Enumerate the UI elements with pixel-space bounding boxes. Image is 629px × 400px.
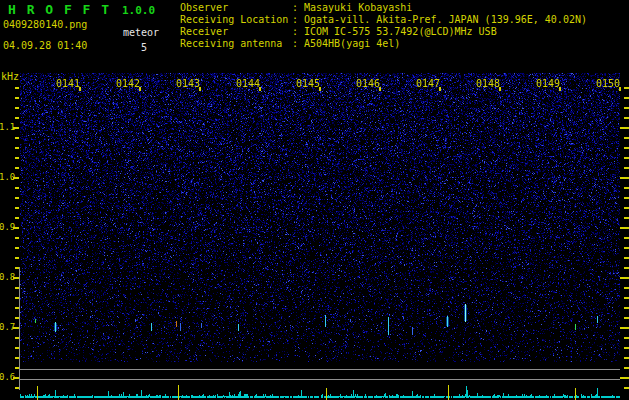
time-tick bbox=[319, 87, 321, 91]
freq-major-tick-right bbox=[620, 327, 629, 329]
freq-minor-tick-right bbox=[624, 87, 629, 89]
freq-minor-tick-left bbox=[15, 157, 19, 159]
freq-minor-tick-right bbox=[624, 247, 629, 249]
freq-major-tick-right bbox=[620, 177, 629, 179]
freq-minor-tick-left bbox=[15, 187, 19, 189]
time-tick-label: 0149 bbox=[536, 78, 560, 89]
freq-minor-tick-left bbox=[15, 97, 19, 99]
freq-major-tick-left bbox=[13, 227, 19, 229]
mode-label: meteor bbox=[123, 27, 159, 38]
info-colon: : bbox=[292, 2, 304, 14]
info-label: Receiving antenna bbox=[180, 38, 292, 50]
info-value: Masayuki Kobayashi bbox=[304, 2, 412, 13]
smeter-canvas bbox=[20, 385, 620, 400]
freq-major-tick-right bbox=[620, 227, 629, 229]
freq-minor-tick-right bbox=[624, 137, 629, 139]
freq-minor-tick-right bbox=[624, 197, 629, 199]
freq-minor-tick-right bbox=[624, 357, 629, 359]
info-colon: : bbox=[292, 38, 304, 50]
time-tick-label: 0141 bbox=[56, 78, 80, 89]
frequency-axis-unit: kHz bbox=[1, 71, 19, 82]
freq-minor-tick-left bbox=[15, 137, 19, 139]
datetime-label: 04.09.28 01:40 bbox=[3, 40, 87, 51]
time-tick bbox=[199, 87, 201, 91]
app-title: H R O F F T bbox=[8, 2, 111, 17]
time-tick-label: 0144 bbox=[236, 78, 260, 89]
info-row-3: Receiving antenna:A504HB(yagi 4el) bbox=[180, 38, 587, 50]
freq-minor-tick-left bbox=[15, 107, 19, 109]
time-tick bbox=[559, 87, 561, 91]
time-tick-label: 0146 bbox=[356, 78, 380, 89]
freq-minor-tick-right bbox=[624, 267, 629, 269]
station-info-block: Observer:Masayuki KobayashiReceiving Loc… bbox=[180, 2, 587, 50]
freq-minor-tick-right bbox=[624, 207, 629, 209]
freq-minor-tick-right bbox=[624, 187, 629, 189]
freq-minor-tick-right bbox=[624, 167, 629, 169]
freq-minor-tick-right bbox=[624, 107, 629, 109]
app-version: 1.0.0 bbox=[122, 4, 155, 17]
smeter-left-border bbox=[19, 267, 20, 389]
info-row-2: Receiver:ICOM IC-575 53.7492(@LCD)MHz US… bbox=[180, 26, 587, 38]
freq-minor-tick-right bbox=[624, 157, 629, 159]
meteor-count: 5 bbox=[141, 42, 147, 53]
info-row-0: Observer:Masayuki Kobayashi bbox=[180, 2, 587, 14]
freq-minor-tick-left bbox=[15, 257, 19, 259]
smeter-grid-line-2 bbox=[19, 379, 620, 380]
freq-major-tick-right bbox=[620, 127, 629, 129]
spectrogram-canvas bbox=[20, 73, 620, 362]
time-tick-label: 0142 bbox=[116, 78, 140, 89]
freq-major-tick-right bbox=[620, 277, 629, 279]
info-label: Receiving Location bbox=[180, 14, 292, 26]
time-tick bbox=[259, 87, 261, 91]
freq-minor-tick-right bbox=[624, 317, 629, 319]
time-tick-label: 0145 bbox=[296, 78, 320, 89]
time-tick-label: 0148 bbox=[476, 78, 500, 89]
freq-minor-tick-right bbox=[624, 337, 629, 339]
freq-major-tick-right bbox=[620, 377, 629, 379]
freq-minor-tick-right bbox=[624, 217, 629, 219]
freq-minor-tick-right bbox=[624, 367, 629, 369]
freq-minor-tick-left bbox=[15, 147, 19, 149]
time-tick-label: 0150 bbox=[596, 78, 620, 89]
freq-minor-tick-left bbox=[15, 217, 19, 219]
freq-minor-tick-right bbox=[624, 387, 629, 389]
time-tick bbox=[379, 87, 381, 91]
freq-minor-tick-left bbox=[15, 87, 19, 89]
time-tick-label: 0147 bbox=[416, 78, 440, 89]
freq-minor-tick-right bbox=[624, 307, 629, 309]
time-tick bbox=[79, 87, 81, 91]
freq-major-tick-left bbox=[13, 127, 19, 129]
freq-minor-tick-left bbox=[15, 207, 19, 209]
smeter-grid-line-1 bbox=[19, 369, 620, 370]
output-filename: 0409280140.png bbox=[3, 19, 87, 30]
time-tick-label: 0143 bbox=[176, 78, 200, 89]
freq-minor-tick-left bbox=[15, 197, 19, 199]
freq-minor-tick-right bbox=[624, 237, 629, 239]
info-value: A504HB(yagi 4el) bbox=[304, 38, 400, 49]
info-value: ICOM IC-575 53.7492(@LCD)MHz USB bbox=[304, 26, 497, 37]
info-label: Receiver bbox=[180, 26, 292, 38]
freq-minor-tick-right bbox=[624, 117, 629, 119]
freq-minor-tick-right bbox=[624, 347, 629, 349]
freq-minor-tick-left bbox=[15, 247, 19, 249]
info-value: Ogata-vill. Akita-Pref. JAPAN (139.96E, … bbox=[304, 14, 587, 25]
time-tick bbox=[619, 87, 621, 91]
freq-major-tick-left bbox=[13, 177, 19, 179]
freq-minor-tick-right bbox=[624, 257, 629, 259]
freq-minor-tick-right bbox=[624, 287, 629, 289]
freq-minor-tick-left bbox=[15, 117, 19, 119]
info-row-1: Receiving Location:Ogata-vill. Akita-Pre… bbox=[180, 14, 587, 26]
freq-minor-tick-right bbox=[624, 147, 629, 149]
freq-minor-tick-left bbox=[15, 237, 19, 239]
info-colon: : bbox=[292, 14, 304, 26]
time-tick bbox=[499, 87, 501, 91]
time-tick bbox=[139, 87, 141, 91]
info-colon: : bbox=[292, 26, 304, 38]
info-label: Observer bbox=[180, 2, 292, 14]
freq-minor-tick-right bbox=[624, 97, 629, 99]
hrofft-screen: H R O F F T 1.0.0 0409280140.png meteor … bbox=[0, 0, 629, 400]
time-tick bbox=[439, 87, 441, 91]
freq-minor-tick-left bbox=[15, 167, 19, 169]
freq-minor-tick-right bbox=[624, 297, 629, 299]
